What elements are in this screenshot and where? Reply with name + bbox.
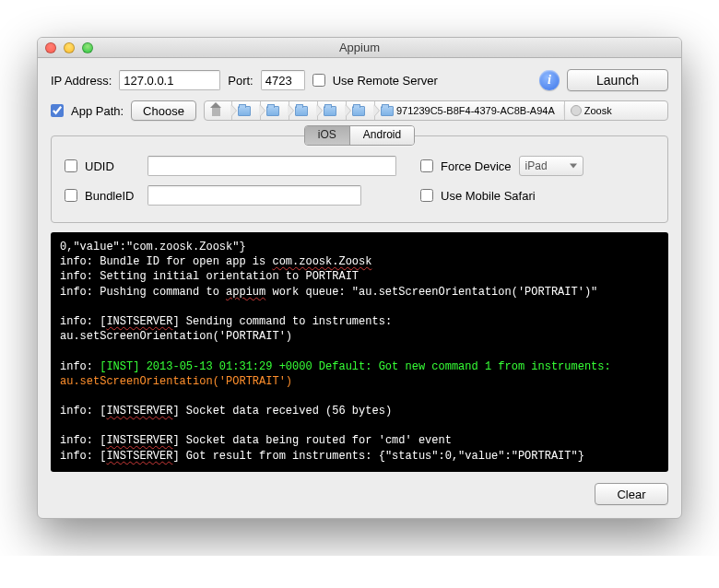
traffic-lights [45, 42, 93, 53]
device-select-value: iPad [525, 159, 548, 172]
apppath-checkbox[interactable] [51, 104, 64, 117]
log-line: info: Setting initial orientation to POR… [60, 269, 659, 284]
connection-row: IP Address: Port: Use Remote Server i La… [51, 69, 668, 91]
log-line: info: [INSTSERVER] Sending command to in… [60, 314, 659, 329]
log-line [60, 344, 659, 359]
info-icon[interactable]: i [539, 70, 560, 90]
udid-checkbox[interactable] [65, 159, 77, 172]
zoom-button[interactable] [82, 42, 93, 53]
apppath-breadcrumb[interactable]: 971239C5-B8F4-4379-AC8B-A94A Zoosk [204, 100, 668, 121]
log-line: 0,"value":"com.zoosk.Zoosk"} [60, 240, 659, 254]
titlebar: Appium [38, 38, 681, 58]
breadcrumb-home[interactable] [205, 101, 232, 120]
log-line: info: Bundle ID for open app is com.zoos… [60, 254, 659, 269]
force-device-checkbox[interactable] [420, 159, 433, 172]
udid-row: UDID Force Device iPad [65, 156, 654, 176]
apppath-label: App Path: [71, 104, 124, 118]
breadcrumb-folder[interactable] [232, 101, 261, 120]
log-line [60, 464, 659, 472]
bundleid-input[interactable] [147, 185, 361, 206]
log-line: info: [INST] 2013-05-13 01:31:29 +0000 D… [60, 359, 659, 374]
ios-panel-body: UDID Force Device iPad BundleID Use Mobi… [52, 152, 667, 222]
bundleid-checkbox[interactable] [65, 189, 77, 202]
tab-ios[interactable]: iOS [305, 126, 350, 145]
remote-server-checkbox[interactable] [312, 74, 325, 87]
log-line: info: [INSTSERVER] Socket data being rou… [60, 433, 659, 448]
port-input[interactable] [261, 70, 305, 90]
log-line [60, 389, 659, 404]
app-icon [571, 105, 582, 116]
log-console[interactable]: 0,"value":"com.zoosk.Zoosk"}info: Bundle… [51, 232, 668, 472]
ip-label: IP Address: [51, 74, 112, 88]
folder-icon [381, 106, 394, 116]
appium-window: Appium IP Address: Port: Use Remote Serv… [37, 37, 682, 519]
choose-button[interactable]: Choose [131, 100, 196, 121]
folder-icon [352, 106, 365, 116]
log-line: info: [INSTSERVER] Socket data received … [60, 404, 659, 418]
log-line [60, 418, 659, 433]
remote-server-label: Use Remote Server [333, 74, 438, 88]
breadcrumb-app-label: Zoosk [584, 105, 612, 116]
breadcrumb-folder[interactable] [347, 101, 375, 120]
udid-input[interactable] [147, 156, 396, 176]
folder-icon [266, 106, 279, 116]
log-line: info: Pushing command to appium work que… [60, 285, 659, 300]
footer: Clear [51, 483, 668, 505]
content: IP Address: Port: Use Remote Server i La… [38, 58, 681, 518]
folder-icon [295, 106, 308, 116]
breadcrumb-uuid-label: 971239C5-B8F4-4379-AC8B-A94A [396, 105, 555, 116]
port-label: Port: [228, 74, 253, 88]
folder-icon [324, 106, 336, 116]
log-line [60, 300, 659, 314]
platform-panel: iOS Android UDID Force Device iPad Bundl… [51, 135, 668, 223]
safari-label: Use Mobile Safari [441, 189, 536, 203]
log-line: info: [INSTSERVER] Got result from instr… [60, 449, 659, 464]
window-title: Appium [38, 41, 681, 54]
log-line: au.setScreenOrientation('PORTRAIT') [60, 329, 659, 344]
breadcrumb-app[interactable]: Zoosk [565, 101, 621, 120]
breadcrumb-folder[interactable] [261, 101, 289, 120]
force-device-label: Force Device [441, 159, 512, 173]
close-button[interactable] [45, 42, 56, 53]
folder-icon [238, 106, 251, 116]
log-line: au.setScreenOrientation('PORTRAIT') [60, 374, 659, 389]
device-select[interactable]: iPad [519, 156, 583, 176]
apppath-row: App Path: Choose 971239C5-B8F4-4379-AC8B… [51, 100, 668, 121]
clear-button[interactable]: Clear [595, 483, 668, 505]
safari-checkbox[interactable] [420, 189, 433, 202]
tab-android[interactable]: Android [350, 126, 414, 145]
platform-tabs: iOS Android [52, 125, 667, 146]
bundleid-label: BundleID [85, 189, 140, 203]
home-icon [210, 106, 222, 116]
breadcrumb-folder[interactable] [318, 101, 347, 120]
bundle-row: BundleID Use Mobile Safari [65, 185, 654, 206]
ip-input[interactable] [119, 70, 220, 90]
breadcrumb-uuid-folder[interactable]: 971239C5-B8F4-4379-AC8B-A94A [375, 101, 565, 120]
launch-button[interactable]: Launch [567, 69, 668, 91]
breadcrumb-folder[interactable] [289, 101, 318, 120]
udid-label: UDID [85, 159, 140, 173]
minimize-button[interactable] [64, 42, 75, 53]
